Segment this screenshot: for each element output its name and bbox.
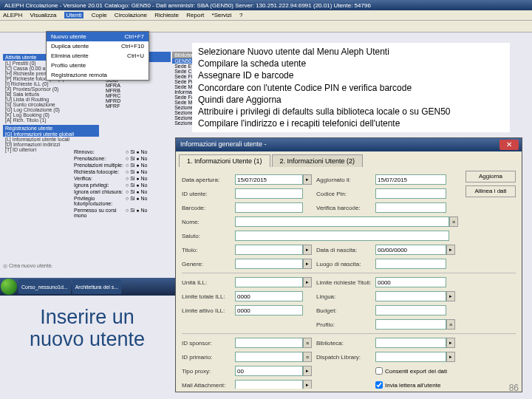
genere-field[interactable]: [235, 259, 303, 269]
lettera-checkbox[interactable]: [375, 381, 383, 389]
limite-att-field[interactable]: [235, 305, 303, 316]
radio-si[interactable]: ○ Si: [126, 189, 134, 194]
menu-servizi[interactable]: *Servizi: [212, 12, 232, 18]
nav-item[interactable]: [X] Proxies/Sponsor (0): [3, 86, 99, 92]
tab-info2[interactable]: 2. Informazioni Utente (2): [272, 154, 364, 167]
list-item[interactable]: MFRA: [103, 83, 171, 88]
nav-item[interactable]: [K] Log Booking (0): [3, 112, 99, 117]
chevron-right-icon[interactable]: ▸: [303, 245, 312, 255]
taskbar-item[interactable]: Corso_nessuno1d...: [18, 279, 71, 294]
list-item[interactable]: MFRC: [103, 93, 171, 98]
pin-field[interactable]: [375, 188, 446, 199]
budget-field[interactable]: [375, 305, 446, 316]
lingua-field[interactable]: [375, 291, 446, 301]
radio-si[interactable]: ○ Si: [126, 176, 134, 181]
chevron-right-icon[interactable]: ▸: [303, 366, 312, 376]
nav-item[interactable]: [I] Richieste ILL (0): [3, 81, 99, 86]
menu-copie[interactable]: Copie: [92, 12, 107, 18]
data-apertura-field[interactable]: [235, 174, 303, 185]
aggiorna-button[interactable]: Aggiorna: [466, 171, 516, 183]
profilo-field[interactable]: [375, 319, 446, 330]
radio-no[interactable]: ● No: [136, 208, 147, 218]
menu-duplica[interactable]: Duplica utenteCtrl+F10: [47, 41, 149, 51]
radio-no[interactable]: ● No: [136, 189, 147, 194]
sponsor-field[interactable]: [235, 338, 303, 348]
nav-item[interactable]: [D] Informazioni indirizzi: [3, 142, 99, 147]
nome-field[interactable]: [235, 216, 449, 227]
saluto-field[interactable]: [235, 231, 449, 241]
chevron-right-icon[interactable]: ▸: [446, 291, 455, 301]
limite-tot-field[interactable]: [235, 291, 303, 301]
export-checkbox[interactable]: [375, 367, 383, 375]
radio-si[interactable]: ○ Si: [126, 196, 134, 206]
id-utente-field[interactable]: [235, 188, 303, 199]
radio-no[interactable]: ● No: [136, 176, 147, 181]
allinea-button[interactable]: Allinea i dati: [466, 185, 516, 197]
list-drop-icon[interactable]: ≡: [446, 319, 455, 330]
dispatch-field[interactable]: [375, 352, 446, 362]
chevron-right-icon[interactable]: ▸: [446, 338, 455, 348]
limite-rich-field[interactable]: [375, 277, 446, 287]
menubar[interactable]: ALEPH Visualizza Utenti Copie Circolazio…: [0, 10, 532, 21]
chevron-right-icon[interactable]: ▸: [446, 245, 455, 255]
nav-item[interactable]: [A] Rich. Titolo (1): [3, 117, 99, 123]
chevron-right-icon[interactable]: ▸: [303, 277, 312, 287]
date-drop-icon[interactable]: ▸: [303, 174, 312, 185]
luogo-field[interactable]: [375, 259, 446, 269]
data-nascita-field[interactable]: [375, 245, 446, 255]
utenti-dropdown[interactable]: Nuovo utenteCtrl+F7 Duplica utenteCtrl+F…: [46, 31, 149, 81]
nav-item[interactable]: [G] Log Circolazione (0): [3, 107, 99, 112]
primario-field[interactable]: [235, 352, 303, 362]
taskbar[interactable]: Corso_nessuno1d... Architettura del s...: [0, 278, 177, 296]
chevron-right-icon[interactable]: ▸: [303, 259, 312, 269]
nav-item[interactable]: [L] Informazioni utente locali: [3, 137, 99, 142]
chevron-right-icon[interactable]: ▸: [446, 352, 455, 362]
list-drop-icon[interactable]: ≡: [303, 338, 312, 348]
menu-visualizza[interactable]: Visualizza: [30, 12, 56, 18]
menu-help[interactable]: ?: [239, 12, 242, 18]
radio-no[interactable]: ● No: [136, 149, 147, 154]
unita-field[interactable]: [235, 277, 303, 287]
titolo-field[interactable]: [235, 245, 303, 255]
radio-no[interactable]: ● No: [136, 169, 147, 174]
menu-report[interactable]: Report: [186, 12, 204, 18]
biblioteca-field[interactable]: [375, 338, 446, 348]
list-item[interactable]: MFRF: [103, 103, 171, 109]
nav-item[interactable]: [S] Sunto circolazione: [3, 102, 99, 107]
taskbar-item[interactable]: Architettura del s...: [72, 279, 121, 294]
aggiornato-field[interactable]: [375, 174, 446, 185]
close-icon[interactable]: ✕: [499, 140, 519, 150]
menu-profilo[interactable]: Profilo utente: [47, 61, 149, 70]
nav-item[interactable]: [B] Sala lettura: [3, 92, 99, 97]
chevron-right-icon[interactable]: ▸: [303, 380, 312, 389]
radio-si[interactable]: ○ Si: [126, 169, 134, 174]
menu-reg-remota[interactable]: Registrazione remota: [47, 70, 149, 80]
radio-no[interactable]: ● No: [136, 163, 147, 168]
verifica-field[interactable]: [375, 202, 446, 213]
menu-utenti[interactable]: Utenti: [64, 12, 84, 18]
menu-elimina[interactable]: Elimina utenteCtrl+U: [47, 51, 149, 61]
menu-rich[interactable]: Richieste: [154, 12, 179, 18]
radio-no[interactable]: ● No: [136, 196, 147, 206]
tab-info1[interactable]: 1. Informazioni Utente (1): [179, 154, 270, 167]
menu-circ[interactable]: Circolazione: [115, 12, 147, 18]
menu-nuovo-utente[interactable]: Nuovo utenteCtrl+F7: [47, 32, 149, 41]
start-orb-icon[interactable]: [1, 279, 17, 295]
mail-field[interactable]: [235, 380, 303, 389]
radio-si[interactable]: ○ Si: [126, 208, 134, 218]
radio-si[interactable]: ○ Si: [126, 149, 134, 154]
nav-item[interactable]: [U] Lista di Routing: [3, 97, 99, 102]
list-item[interactable]: MFRB: [103, 88, 171, 93]
proxy-field[interactable]: [235, 366, 303, 376]
nav-item[interactable]: [G] Informazioni utente globali: [3, 132, 99, 137]
list-item[interactable]: MFRD: [103, 98, 171, 103]
radio-no[interactable]: ● No: [136, 156, 147, 161]
radio-no[interactable]: ● No: [136, 183, 147, 188]
radio-si[interactable]: ○ Si: [126, 183, 134, 188]
list-drop-icon[interactable]: ≡: [303, 352, 312, 362]
list-drop-icon[interactable]: ≡: [449, 216, 458, 227]
radio-si[interactable]: ○ Si: [126, 163, 134, 168]
menu-aleph[interactable]: ALEPH: [3, 12, 22, 18]
radio-si[interactable]: ○ Si: [126, 156, 134, 161]
barcode-field[interactable]: [235, 202, 303, 213]
